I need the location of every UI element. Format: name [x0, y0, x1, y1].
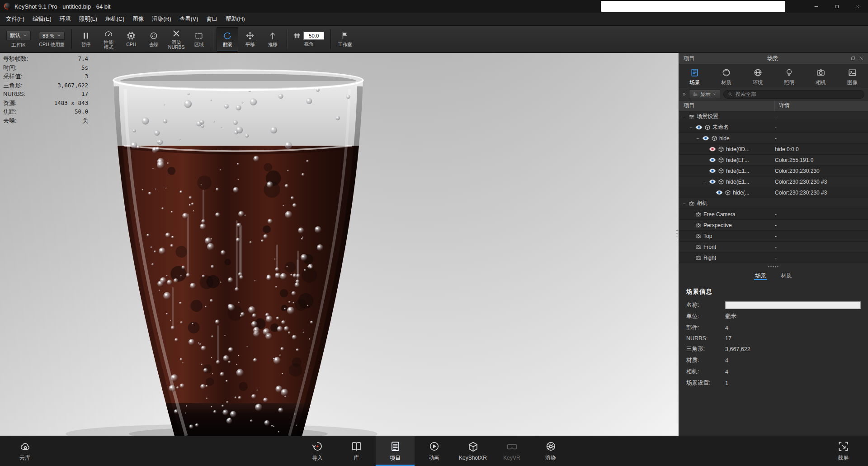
stat-row: 每秒帧数:7.4 — [3, 54, 88, 63]
toolbar-workspace: 默认工作区 — [3, 31, 34, 48]
panel-tab-scene[interactable]: 场景 — [679, 67, 711, 88]
tree-row-scene-settings[interactable]: −场景设置- — [679, 111, 868, 122]
menu-item-environment[interactable]: 环境 — [56, 13, 75, 25]
float-window-icon — [851, 56, 855, 61]
minimize-button[interactable] — [806, 0, 826, 13]
toolbar-separator — [213, 29, 213, 49]
expander-icon[interactable]: − — [695, 136, 700, 141]
menu-item-help[interactable]: 帮助(H) — [222, 13, 249, 25]
search-icon — [728, 92, 733, 97]
dolly-icon — [268, 31, 277, 40]
panel-tab-environment[interactable]: 环境 — [742, 67, 774, 88]
maximize-icon — [835, 4, 840, 9]
render-viewport[interactable]: 每秒帧数:7.4时间:5s采样值:3三角形:3,667,622NURBS:17资… — [0, 53, 679, 436]
menu-item-view[interactable]: 查看(V) — [175, 13, 203, 25]
expander-icon[interactable]: − — [689, 125, 693, 130]
animation-icon — [429, 441, 440, 452]
tree-row-part-hide-e1a[interactable]: hide(E1...Color:230:230:230 — [679, 166, 868, 176]
eye-icon — [716, 190, 723, 195]
menu-item-lighting[interactable]: 照明(L) — [75, 13, 101, 25]
toolbar-pause-button[interactable]: 暂停 — [75, 27, 97, 52]
ribbon-project-button[interactable]: 项目 — [376, 436, 415, 466]
ribbon-keyshotxr-button[interactable]: KeyShotXR — [453, 436, 492, 466]
sliders-icon — [689, 114, 695, 120]
titlebar-light-overlay — [601, 1, 785, 12]
toolbar-cpu-usage-dropdown[interactable]: 83 % — [39, 32, 65, 40]
camera-icon — [689, 200, 695, 207]
tree-row-camera-right[interactable]: Right- — [679, 252, 868, 263]
scene-info-row: NURBS:17 — [686, 335, 861, 342]
tree-row-part-hide-sub[interactable]: hide(...Color:230:230:230 #3 — [679, 187, 868, 198]
panel-float-button[interactable] — [849, 53, 857, 64]
scene-name-input[interactable] — [725, 301, 861, 309]
nurbs-icon — [172, 29, 181, 38]
toolbar-pan-button[interactable]: 平移 — [239, 27, 261, 52]
panel-grip[interactable] — [768, 266, 779, 268]
toolbar-cpu-button[interactable]: CPU — [120, 27, 142, 52]
tree-search-box[interactable] — [723, 90, 864, 99]
ribbon-cloud-library-button[interactable]: 云库 — [5, 436, 44, 466]
denoise-icon — [149, 31, 158, 40]
tree-row-cameras[interactable]: −相机 — [679, 198, 868, 209]
pan-label: 平移 — [245, 42, 255, 47]
panel-tab-camera[interactable]: 相机 — [805, 67, 837, 88]
panel-tab-lighting[interactable]: 照明 — [774, 67, 805, 88]
toolbar-tumble-button[interactable]: 翻滚 — [217, 27, 238, 52]
menu-item-image[interactable]: 图像 — [128, 13, 148, 25]
tree-row-part-hide-0d[interactable]: hide(0D...hide:0:0:0 — [679, 144, 868, 155]
toolbar-workspace-dropdown[interactable]: 默认 — [6, 31, 31, 40]
toolbar-region-button[interactable]: 区域 — [188, 27, 210, 52]
region-icon — [194, 31, 203, 40]
toolbar-dolly-button[interactable]: 推移 — [262, 27, 283, 52]
menu-item-window[interactable]: 窗口 — [202, 13, 222, 25]
show-dropdown[interactable]: 显示 — [689, 90, 720, 99]
menu-item-edit[interactable]: 编辑(E) — [28, 13, 56, 25]
menu-item-camera[interactable]: 相机(C) — [101, 13, 128, 25]
panel-tab-image[interactable]: 图像 — [836, 67, 868, 88]
toolbar-denoise-button[interactable]: 去噪 — [143, 27, 165, 52]
menu-item-file[interactable]: 文件(F) — [2, 13, 28, 25]
ribbon-animation-button[interactable]: 动画 — [415, 436, 453, 466]
tree-row-part-hide-ef[interactable]: hide(EF...Color:255:191:0 — [679, 155, 868, 166]
expander-icon[interactable]: − — [682, 201, 687, 206]
chevron-down-icon — [23, 34, 27, 37]
panel-splitter[interactable] — [675, 53, 679, 436]
scene-info-row: 场景设置:1 — [686, 379, 861, 387]
panel-tab-material[interactable]: 材质 — [711, 67, 742, 88]
performance-icon — [104, 29, 113, 38]
more-tools-button[interactable]: » — [683, 91, 686, 97]
close-icon — [859, 56, 863, 61]
maximize-button[interactable] — [826, 0, 847, 13]
tree-row-camera-front[interactable]: Front- — [679, 242, 868, 252]
toolbar-render-nurbs-button[interactable]: 渲染NURBS — [165, 27, 187, 52]
ribbon-screenshot-button[interactable]: 截屏 — [824, 436, 863, 466]
chevron-down-icon — [57, 34, 61, 37]
toolbar-performance-mode-button[interactable]: 性能模式 — [98, 27, 119, 52]
panel-header: 项目 场景 — [679, 53, 868, 64]
panel-close-button[interactable] — [857, 53, 865, 64]
tree-row-part-hide-e1b[interactable]: −hide(E1...Color:230:230:230 #3 — [679, 176, 868, 187]
tree-row-camera-free[interactable]: Free Camera- — [679, 209, 868, 220]
ribbon-render-button[interactable]: 渲染 — [531, 436, 570, 466]
camera-icon — [816, 68, 826, 77]
bottom-tab-material[interactable]: 材质 — [780, 270, 793, 281]
rendered-glass-image — [0, 53, 679, 436]
tree-row-model-unnamed[interactable]: −未命名- — [679, 122, 868, 133]
close-button[interactable] — [847, 0, 868, 13]
expander-icon[interactable]: − — [682, 114, 687, 119]
camera-icon — [695, 211, 702, 218]
tree-row-camera-top[interactable]: Top- — [679, 231, 868, 242]
ribbon-import-button[interactable]: 导入 — [298, 436, 337, 466]
toolbar-separator — [71, 29, 72, 49]
vr-icon — [506, 441, 518, 452]
tree-row-camera-perspective[interactable]: Perspective- — [679, 220, 868, 231]
toolbar-studio-button[interactable]: 工作室 — [334, 27, 356, 52]
ribbon-library-button[interactable]: 库 — [337, 436, 376, 466]
ribbon-center: 导入库项目动画KeyShotXRKeyVR渲染 — [298, 436, 570, 466]
expander-icon[interactable]: − — [702, 179, 707, 185]
toolbar-fov-input[interactable] — [303, 32, 324, 40]
tree-row-group-hide[interactable]: −hide- — [679, 133, 868, 144]
bottom-tab-scene[interactable]: 场景 — [754, 270, 767, 281]
menu-item-render[interactable]: 渲染(R) — [148, 13, 175, 25]
tree-search-input[interactable] — [736, 91, 860, 97]
